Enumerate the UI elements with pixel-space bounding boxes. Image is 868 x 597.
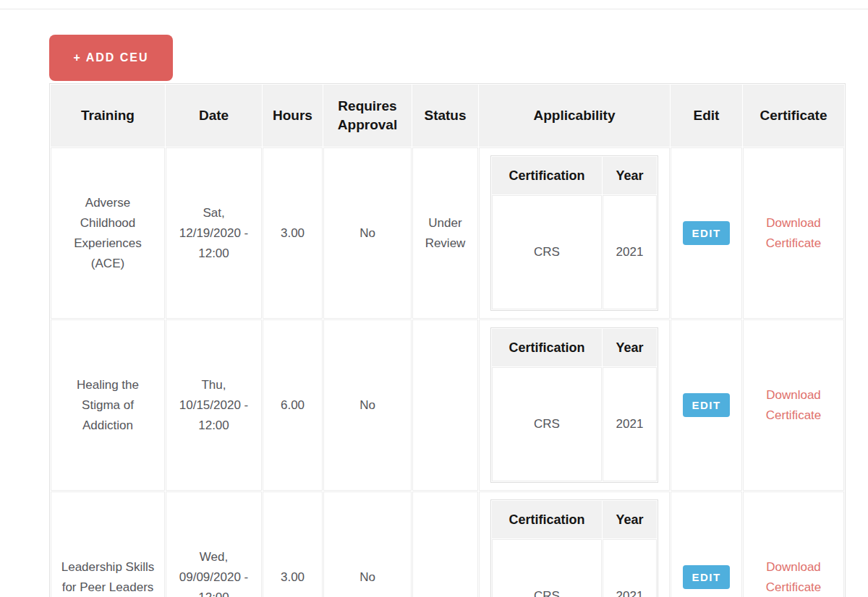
date-cell: Thu, 10/15/2020 - 12:00 xyxy=(166,319,262,491)
download-certificate-link[interactable]: Download Certificate xyxy=(751,385,836,426)
certification-header: Certification xyxy=(492,157,602,194)
year-header: Year xyxy=(603,501,657,538)
year-value: 2021 xyxy=(603,367,657,481)
table-header-row: Training Date Hours Requires Approval St… xyxy=(51,85,844,147)
applicability-table: Certification Year CRS 2021 xyxy=(490,155,658,311)
requires-approval-cell: No xyxy=(323,319,412,491)
date-cell: Sat, 12/19/2020 - 12:00 xyxy=(166,147,262,319)
column-header-status: Status xyxy=(412,85,478,147)
hours-cell: 3.00 xyxy=(263,147,323,319)
training-cell: Healing the Stigma of Addiction xyxy=(51,319,165,491)
add-ceu-button[interactable]: + ADD CEU xyxy=(49,35,173,81)
applicability-cell: Certification Year CRS 2021 xyxy=(479,147,670,319)
download-certificate-link[interactable]: Download Certificate xyxy=(751,213,836,254)
hours-cell: 6.00 xyxy=(263,319,323,491)
applicability-cell: Certification Year CRS 2021 xyxy=(479,491,670,597)
applicability-table: Certification Year CRS 2021 xyxy=(490,327,658,483)
year-value: 2021 xyxy=(603,195,657,309)
edit-button[interactable]: EDIT xyxy=(683,393,729,417)
column-header-date: Date xyxy=(166,85,262,147)
applicability-table: Certification Year CRS 2021 xyxy=(490,499,658,597)
column-header-training: Training xyxy=(51,85,165,147)
trainings-table: Training Date Hours Requires Approval St… xyxy=(49,83,846,597)
column-header-hours: Hours xyxy=(263,85,323,147)
requires-approval-cell: No xyxy=(323,147,412,319)
table-row: Adverse Childhood Experiences (ACE) Sat,… xyxy=(51,147,844,319)
certificate-cell: Download Certificate xyxy=(743,319,844,491)
certification-value: CRS xyxy=(492,539,602,597)
certificate-cell: Download Certificate xyxy=(743,491,844,597)
year-header: Year xyxy=(603,329,657,366)
training-cell: Adverse Childhood Experiences (ACE) xyxy=(51,147,165,319)
requires-approval-cell: No xyxy=(323,491,412,597)
status-cell xyxy=(412,319,478,491)
column-header-applicability: Applicability xyxy=(479,85,670,147)
date-cell: Wed, 09/09/2020 - 12:00 xyxy=(166,491,262,597)
top-divider xyxy=(0,0,868,9)
column-header-requires-approval: Requires Approval xyxy=(323,85,412,147)
download-certificate-link[interactable]: Download Certificate xyxy=(751,557,836,597)
year-value: 2021 xyxy=(603,539,657,597)
applicability-cell: Certification Year CRS 2021 xyxy=(479,319,670,491)
ceu-page: + ADD CEU Training Date Hours Requires A… xyxy=(0,9,868,597)
status-cell: Under Review xyxy=(412,147,478,319)
column-header-certificate: Certificate xyxy=(743,85,844,147)
edit-cell: EDIT xyxy=(671,491,742,597)
edit-button[interactable]: EDIT xyxy=(683,221,729,245)
certification-value: CRS xyxy=(492,367,602,481)
year-header: Year xyxy=(603,157,657,194)
table-row: Healing the Stigma of Addiction Thu, 10/… xyxy=(51,319,844,491)
certification-header: Certification xyxy=(492,501,602,538)
hours-cell: 3.00 xyxy=(263,491,323,597)
status-cell xyxy=(412,491,478,597)
edit-cell: EDIT xyxy=(671,319,742,491)
certification-header: Certification xyxy=(492,329,602,366)
edit-cell: EDIT xyxy=(671,147,742,319)
certification-value: CRS xyxy=(492,195,602,309)
certificate-cell: Download Certificate xyxy=(743,147,844,319)
table-row: Leadership Skills for Peer Leaders Wed, … xyxy=(51,491,844,597)
column-header-edit: Edit xyxy=(671,85,742,147)
training-cell: Leadership Skills for Peer Leaders xyxy=(51,491,165,597)
edit-button[interactable]: EDIT xyxy=(683,565,729,589)
